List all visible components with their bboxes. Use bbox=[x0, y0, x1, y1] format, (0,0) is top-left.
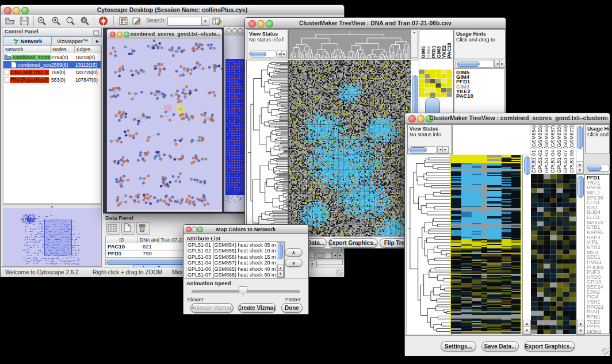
array-label[interactable]: GPL51-07 (GSM868) bbox=[563, 125, 569, 173]
network-view-title-bar[interactable]: combined_scores_good.txt--cluste... bbox=[107, 29, 222, 40]
attr-col-id[interactable]: ID bbox=[106, 236, 138, 243]
network-row-rnapuber[interactable]: RNAPuberNov2+I 563(0) 107847(0) bbox=[3, 76, 101, 83]
scroll-right-icon[interactable]: ► bbox=[499, 60, 506, 68]
scroll-down-icon[interactable]: ▼ bbox=[523, 327, 531, 335]
heatmap-vscrollbar[interactable]: ▲ ▼ bbox=[522, 155, 531, 335]
gene-label[interactable]: RPN1 bbox=[587, 315, 609, 320]
attribute-select-button[interactable] bbox=[106, 222, 120, 235]
column-label[interactable]: PFD1 bbox=[431, 30, 436, 58]
gene-label[interactable]: VIP1 bbox=[587, 240, 609, 245]
gene-label[interactable]: ELG1 bbox=[587, 215, 609, 220]
array-label[interactable]: GPL51-01 (GSM854) bbox=[531, 125, 537, 173]
new-attribute-button[interactable] bbox=[121, 222, 135, 235]
gene-label[interactable]: CLN1 bbox=[587, 200, 609, 205]
gene-label[interactable]: FIG4 bbox=[587, 294, 609, 300]
zoom-in-icon[interactable] bbox=[51, 16, 61, 26]
vizmap-grid-icon[interactable] bbox=[118, 16, 128, 26]
tab-overflow-button[interactable]: ▶ bbox=[93, 36, 102, 46]
usage-hints-hscrollbar[interactable] bbox=[455, 60, 494, 68]
attribute-item[interactable]: GPL51-06 (GSM865) heat shock 40 min bbox=[186, 266, 276, 272]
view-status-hscrollbar[interactable] bbox=[249, 51, 277, 58]
save-icon[interactable] bbox=[20, 16, 29, 26]
gene-label[interactable]: PEP5 bbox=[587, 324, 609, 329]
export-graphics-button[interactable]: Export Graphics... bbox=[328, 238, 378, 248]
attribute-item[interactable]: GPL51-02 (GSM855) heat shock 10 min bbox=[186, 248, 276, 254]
open-folder-icon[interactable] bbox=[5, 16, 15, 26]
gene-label[interactable]: RPO21 bbox=[587, 305, 609, 310]
settings-button[interactable]: Settings... bbox=[441, 341, 476, 351]
birds-eye-view[interactable] bbox=[3, 208, 101, 266]
splitter-handle[interactable] bbox=[51, 206, 53, 208]
zoomed-heatmap-vscrollbar[interactable]: ▲ ▼ bbox=[576, 174, 585, 335]
main-title-bar[interactable]: Cytoscape Desktop (Session Name: collins… bbox=[1, 5, 344, 16]
delete-attribute-button[interactable] bbox=[136, 222, 150, 235]
search-dropdown-button[interactable]: ▼ bbox=[201, 17, 209, 26]
resize-grip[interactable] bbox=[336, 269, 343, 276]
float-panel-icon[interactable] bbox=[93, 28, 100, 35]
gene-label[interactable]: GPI16 bbox=[587, 279, 609, 285]
scroll-right-icon[interactable]: ► bbox=[337, 252, 343, 259]
minimize-icon[interactable] bbox=[232, 28, 238, 34]
column-label[interactable]: GIM5 bbox=[420, 30, 426, 58]
main-heatmap[interactable] bbox=[288, 60, 411, 239]
attribute-item[interactable]: GPL51-03 (GSM856) heat shock 15 min bbox=[186, 254, 276, 260]
annotation-icon[interactable] bbox=[132, 16, 141, 26]
zoom-window-icon[interactable] bbox=[238, 28, 243, 34]
gene-label[interactable]: MSI1 bbox=[587, 250, 609, 255]
gene-label[interactable]: PHO81 bbox=[587, 265, 609, 270]
gene-label[interactable]: YSH1 bbox=[587, 300, 609, 305]
gene-label[interactable]: NTR2 bbox=[587, 245, 609, 250]
attribute-editor-icon[interactable] bbox=[212, 16, 222, 26]
move-up-button[interactable]: ∧ bbox=[285, 248, 303, 256]
gene-label[interactable]: SEC24 bbox=[587, 285, 609, 290]
network-row-dna-tran[interactable]: DNA and Tran 07 769(0) 183728(0) bbox=[3, 68, 101, 76]
column-dendrogram[interactable] bbox=[288, 29, 411, 59]
scroll-down-icon[interactable]: ▼ bbox=[576, 167, 584, 174]
gene-label[interactable]: HRD3 bbox=[587, 275, 609, 280]
array-label[interactable]: GPL51-03 (GSM856) bbox=[544, 125, 550, 173]
row-dendrogram[interactable] bbox=[246, 60, 288, 239]
close-icon[interactable] bbox=[110, 32, 116, 37]
row-dendrogram[interactable] bbox=[407, 155, 452, 335]
minimize-icon[interactable] bbox=[417, 115, 424, 122]
array-label[interactable]: GPL51-04 (GSM857) bbox=[550, 125, 556, 173]
attribute-item[interactable]: GPL51-04 (GSM857) heat shock 20 min bbox=[186, 260, 276, 266]
column-label[interactable]: YKE2 bbox=[441, 30, 446, 58]
fragment-hscrollbar[interactable] bbox=[314, 252, 332, 259]
close-icon[interactable] bbox=[226, 28, 232, 34]
treeview2-title-bar[interactable]: ClusterMaker TreeView : combined_scores_… bbox=[405, 113, 610, 124]
gene-label[interactable]: MON2 bbox=[587, 329, 609, 334]
network-row-combined-sco-selected[interactable]: combined_sco 2569(6) 13112(15) bbox=[3, 61, 101, 68]
attribute-vscrollbar[interactable]: ▲ ▼ bbox=[277, 242, 284, 278]
column-header-nodes[interactable]: Nodes bbox=[51, 46, 75, 53]
gene-label[interactable]: PUF3 bbox=[587, 270, 609, 275]
gene-label[interactable]: MSL1 bbox=[587, 190, 609, 196]
gene-label[interactable]: PAN1 bbox=[587, 309, 609, 315]
network-canvas[interactable] bbox=[107, 39, 222, 210]
network-row-combined-scores[interactable]: combined_scores 2764(0) 16218(0) bbox=[3, 53, 101, 61]
gene-label[interactable]: SPC98 bbox=[587, 196, 609, 201]
done-button[interactable]: Done bbox=[281, 303, 303, 313]
gene-label[interactable]: HMG1 bbox=[587, 260, 609, 265]
zoom-out-icon[interactable] bbox=[37, 16, 47, 26]
zoom-selected-icon[interactable] bbox=[80, 16, 90, 26]
gene-label[interactable]: GTB1 bbox=[587, 225, 609, 230]
gene-label[interactable]: MAK31 bbox=[587, 220, 609, 225]
dialog-title-bar[interactable]: Map Colors to Network bbox=[183, 225, 308, 234]
minimize-icon[interactable] bbox=[117, 32, 123, 37]
column-label[interactable]: GIM4 bbox=[426, 30, 431, 58]
tab-vizmapper[interactable]: VizMapper™ bbox=[51, 36, 94, 46]
gene-label[interactable]: TCB3 bbox=[587, 320, 609, 325]
dendrogram-scroll-strip[interactable]: ▸ bbox=[411, 29, 418, 58]
treeview1-title-bar[interactable]: ClusterMaker TreeView : DNA and Tran 07-… bbox=[245, 18, 506, 29]
gene-label[interactable]: CPA2 bbox=[587, 290, 609, 295]
gene-label[interactable]: BUD4 bbox=[587, 210, 609, 215]
attribute-listbox[interactable]: GPL51-01 (GSM854) heat shock 05 minGPL51… bbox=[186, 242, 285, 278]
column-header-network[interactable]: Network bbox=[3, 46, 51, 53]
view-status-hscrollbar[interactable] bbox=[408, 146, 437, 154]
animate-vizmap-button[interactable]: Animate Vizmap bbox=[190, 303, 234, 313]
tab-network[interactable]: Network bbox=[3, 36, 52, 46]
gene-label[interactable]: PFD1 bbox=[587, 175, 609, 181]
scroll-right-icon[interactable]: ► bbox=[281, 51, 287, 58]
gene-label[interactable]: HAP3 bbox=[587, 235, 609, 240]
